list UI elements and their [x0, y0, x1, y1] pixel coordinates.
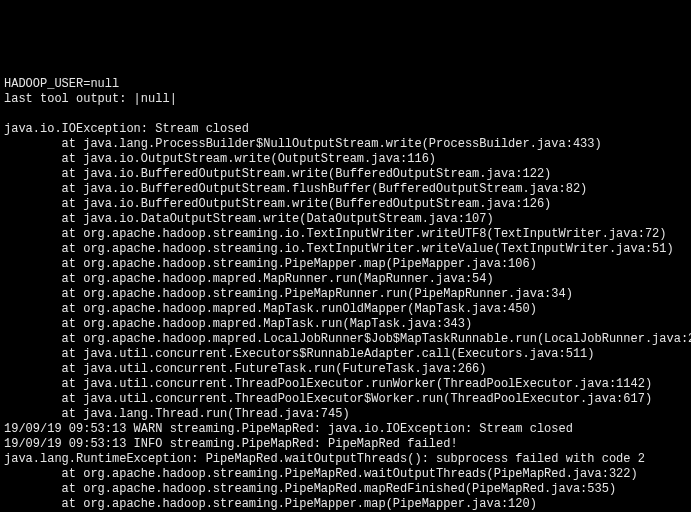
terminal-line: at org.apache.hadoop.streaming.PipeMapRe… [4, 482, 687, 497]
terminal-line: at org.apache.hadoop.streaming.io.TextIn… [4, 227, 687, 242]
terminal-line: java.lang.RuntimeException: PipeMapRed.w… [4, 452, 687, 467]
terminal-line: at java.io.OutputStream.write(OutputStre… [4, 152, 687, 167]
terminal-line: at java.util.concurrent.ThreadPoolExecut… [4, 377, 687, 392]
terminal-line: at java.lang.ProcessBuilder$NullOutputSt… [4, 137, 687, 152]
terminal-line: at java.io.BufferedOutputStream.write(Bu… [4, 197, 687, 212]
terminal-line: at java.util.concurrent.FutureTask.run(F… [4, 362, 687, 377]
terminal-line: java.io.IOException: Stream closed [4, 122, 687, 137]
terminal-line: at java.util.concurrent.Executors$Runnab… [4, 347, 687, 362]
terminal-line: at java.lang.Thread.run(Thread.java:745) [4, 407, 687, 422]
terminal-line: HADOOP_USER=null [4, 77, 687, 92]
terminal-line: at java.io.BufferedOutputStream.write(Bu… [4, 167, 687, 182]
terminal-line: at org.apache.hadoop.streaming.PipeMappe… [4, 257, 687, 272]
terminal-line: at org.apache.hadoop.mapred.LocalJobRunn… [4, 332, 687, 347]
terminal-line: at org.apache.hadoop.streaming.io.TextIn… [4, 242, 687, 257]
terminal-line: at org.apache.hadoop.mapred.MapTask.runO… [4, 302, 687, 317]
terminal-line: at java.io.DataOutputStream.write(DataOu… [4, 212, 687, 227]
terminal-line: at org.apache.hadoop.streaming.PipeMappe… [4, 497, 687, 512]
terminal-line: 19/09/19 09:53:13 INFO streaming.PipeMap… [4, 437, 687, 452]
terminal-line: last tool output: |null| [4, 92, 687, 107]
terminal-output: HADOOP_USER=nulllast tool output: |null|… [0, 75, 691, 512]
terminal-line: at java.util.concurrent.ThreadPoolExecut… [4, 392, 687, 407]
terminal-line [4, 107, 687, 122]
terminal-line: at org.apache.hadoop.streaming.PipeMapRu… [4, 287, 687, 302]
terminal-line: at org.apache.hadoop.mapred.MapRunner.ru… [4, 272, 687, 287]
terminal-line: 19/09/19 09:53:13 WARN streaming.PipeMap… [4, 422, 687, 437]
terminal-line: at java.io.BufferedOutputStream.flushBuf… [4, 182, 687, 197]
terminal-line: at org.apache.hadoop.mapred.MapTask.run(… [4, 317, 687, 332]
terminal-line: at org.apache.hadoop.streaming.PipeMapRe… [4, 467, 687, 482]
